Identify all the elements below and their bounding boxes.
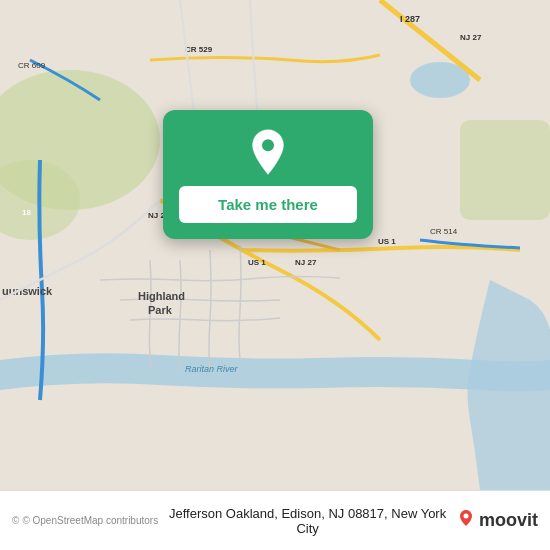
- svg-text:Raritan River: Raritan River: [185, 364, 239, 374]
- location-pin-icon: [244, 128, 292, 176]
- moovit-brand-text: moovit: [479, 510, 538, 531]
- moovit-pin-icon: [457, 509, 475, 532]
- copyright-symbol: ©: [12, 515, 19, 526]
- moovit-logo: moovit: [457, 509, 538, 532]
- svg-text:I 287: I 287: [400, 14, 420, 24]
- take-me-there-card: Take me there: [163, 110, 373, 239]
- address-label: Jefferson Oakland, Edison, NJ 08817, New…: [158, 506, 457, 536]
- svg-text:US 1: US 1: [378, 237, 396, 246]
- svg-text:CR 609: CR 609: [18, 61, 46, 70]
- svg-text:18: 18: [22, 208, 31, 217]
- svg-text:NJ 27: NJ 27: [460, 33, 482, 42]
- copyright-text: © OpenStreetMap contributors: [22, 515, 158, 526]
- bottom-bar: © © OpenStreetMap contributors Jefferson…: [0, 490, 550, 550]
- svg-text:CR 529: CR 529: [185, 45, 213, 54]
- copyright-notice: © © OpenStreetMap contributors: [12, 515, 158, 526]
- svg-text:US 1: US 1: [248, 258, 266, 267]
- svg-rect-4: [460, 120, 550, 220]
- map-container: I 287 NJ 27 NJ 27 US 1 US 1 18 CR 529 CR…: [0, 0, 550, 490]
- take-me-there-button[interactable]: Take me there: [179, 186, 357, 223]
- svg-text:Park: Park: [148, 304, 173, 316]
- svg-text:CR 514: CR 514: [430, 227, 458, 236]
- svg-text:NJ 27: NJ 27: [295, 258, 317, 267]
- svg-point-21: [463, 514, 468, 519]
- svg-point-20: [262, 139, 274, 151]
- svg-text:Highland: Highland: [138, 290, 185, 302]
